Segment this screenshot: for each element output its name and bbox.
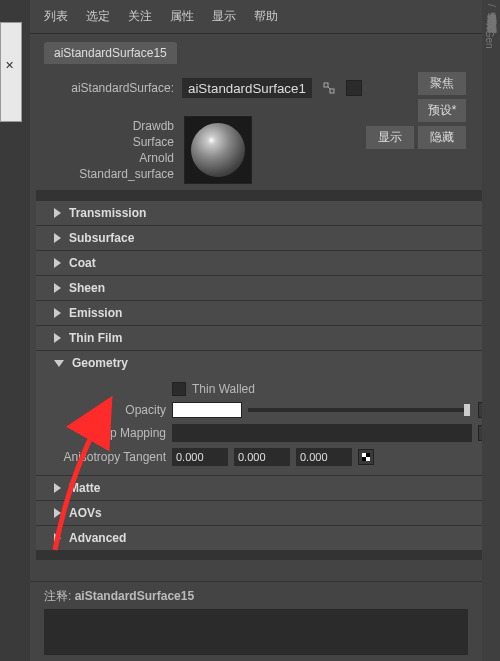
section-matte[interactable]: Matte (36, 476, 494, 500)
chevron-right-icon (54, 233, 61, 243)
chevron-right-icon (54, 533, 61, 543)
chevron-right-icon (54, 258, 61, 268)
notes-label: 注释: (44, 589, 71, 603)
tab-node[interactable]: aiStandardSurface15 (44, 42, 177, 64)
focus-button[interactable]: 聚焦 (418, 72, 466, 95)
aniso-x-input[interactable] (172, 448, 228, 466)
sphere-icon (191, 123, 245, 177)
docked-panel-stub: ✕ (0, 22, 22, 122)
svg-rect-0 (324, 83, 328, 87)
section-emission[interactable]: Emission (36, 301, 494, 325)
svg-rect-1 (330, 89, 334, 93)
svg-line-2 (328, 87, 330, 89)
tab-bar: aiStandardSurface15 (30, 34, 500, 64)
node-input-icon[interactable] (346, 80, 362, 96)
aniso-z-input[interactable] (296, 448, 352, 466)
dock-tab-channelbox[interactable]: 通道盒/层编辑器 (482, 0, 500, 11)
hide-button[interactable]: 隐藏 (418, 126, 466, 149)
menu-attrs[interactable]: 属性 (170, 8, 194, 25)
chevron-down-icon (54, 360, 64, 367)
geometry-body: Thin Walled Opacity Bump Mapping Anisotr… (36, 375, 494, 475)
close-icon[interactable]: ✕ (5, 59, 14, 72)
aniso-label: Anisotropy Tangent (22, 450, 166, 464)
menu-bar: 列表 选定 关注 属性 显示 帮助 (30, 0, 500, 34)
chevron-right-icon (54, 333, 61, 343)
menu-focus[interactable]: 关注 (128, 8, 152, 25)
material-swatch[interactable] (184, 116, 252, 184)
preset-button[interactable]: 预设* (418, 99, 466, 122)
node-name-input[interactable] (182, 78, 312, 98)
notes-section: 注释: aiStandardSurface15 (30, 581, 482, 661)
opacity-slider[interactable] (248, 408, 468, 412)
opacity-color[interactable] (172, 402, 242, 418)
bump-label: Bump Mapping (36, 426, 166, 440)
bump-input[interactable] (172, 424, 472, 442)
dock-tab-attred[interactable]: 属性编辑器 (482, 11, 500, 19)
node-type-labels: Drawdb Surface Arnold Standard_surface (44, 118, 174, 182)
dock-tab-xgen[interactable]: XGen (482, 19, 497, 53)
section-coat[interactable]: Coat (36, 251, 494, 275)
chevron-right-icon (54, 283, 61, 293)
section-subsurface[interactable]: Subsurface (36, 226, 494, 250)
attributes-scroll: Transmission Subsurface Coat Sheen Emiss… (36, 190, 494, 560)
right-dock-tabs: 通道盒/层编辑器 属性编辑器 XGen (482, 0, 500, 661)
node-header: aiStandardSurface: 聚焦 预设* 显示 隐藏 (30, 64, 500, 106)
aniso-y-input[interactable] (234, 448, 290, 466)
notes-textarea[interactable] (44, 609, 468, 655)
aniso-map-button[interactable] (358, 449, 374, 465)
thin-walled-checkbox[interactable] (172, 382, 186, 396)
notes-node-name: aiStandardSurface15 (75, 589, 194, 603)
section-sheen[interactable]: Sheen (36, 276, 494, 300)
attribute-editor-panel: 列表 选定 关注 属性 显示 帮助 aiStandardSurface15 ai… (30, 0, 500, 661)
menu-display[interactable]: 显示 (212, 8, 236, 25)
thin-walled-label: Thin Walled (192, 382, 255, 396)
chevron-right-icon (54, 208, 61, 218)
section-thinfilm[interactable]: Thin Film (36, 326, 494, 350)
section-aovs[interactable]: AOVs (36, 501, 494, 525)
lock-icon[interactable] (320, 79, 338, 97)
section-geometry[interactable]: Geometry (36, 351, 494, 375)
menu-help[interactable]: 帮助 (254, 8, 278, 25)
section-transmission[interactable]: Transmission (36, 201, 494, 225)
menu-select[interactable]: 选定 (86, 8, 110, 25)
chevron-right-icon (54, 308, 61, 318)
show-button[interactable]: 显示 (366, 126, 414, 149)
chevron-right-icon (54, 508, 61, 518)
menu-list[interactable]: 列表 (44, 8, 68, 25)
opacity-label: Opacity (36, 403, 166, 417)
chevron-right-icon (54, 483, 61, 493)
node-name-label: aiStandardSurface: (44, 81, 174, 95)
section-advanced[interactable]: Advanced (36, 526, 494, 550)
